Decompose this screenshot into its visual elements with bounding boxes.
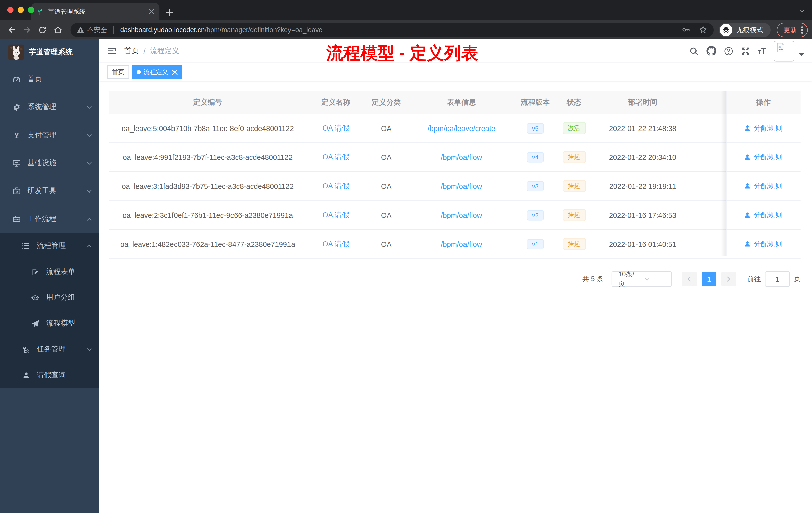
- new-tab-button[interactable]: [166, 9, 173, 16]
- avatar-caret-icon[interactable]: [799, 53, 804, 56]
- window-controls: [7, 7, 34, 13]
- definition-name-link[interactable]: OA 请假: [323, 152, 349, 162]
- url-divider: [114, 26, 114, 34]
- column-header-7: 部署时间: [593, 98, 692, 107]
- form-link[interactable]: /bpm/oa/leave/create: [428, 124, 495, 132]
- tab-tag-home[interactable]: 首页: [107, 65, 129, 79]
- sidebar-item-payment[interactable]: ¥支付管理: [0, 121, 99, 149]
- sidebar-item-label: 流程管理: [37, 241, 80, 250]
- tab-close-icon[interactable]: [149, 8, 154, 14]
- definition-name-link[interactable]: OA 请假: [323, 181, 349, 191]
- assign-rule-link[interactable]: 分配规则: [744, 210, 783, 220]
- browser-tab[interactable]: 芋道管理系统: [31, 2, 160, 20]
- table-row: oa_leave:4:991f2193-7b7f-11ec-a3c8-acde4…: [109, 143, 801, 172]
- tags-view-bar: 首页流程定义: [99, 63, 812, 81]
- goto-page-input[interactable]: [765, 271, 790, 287]
- definition-id-cell: oa_leave:5:004b710b-7b8a-11ec-8ef0-acde4…: [109, 124, 306, 132]
- category-cell: OA: [366, 211, 407, 219]
- action-cell: 分配规则: [726, 152, 801, 162]
- prev-page-button[interactable]: [682, 272, 696, 286]
- assign-rule-link[interactable]: 分配规则: [744, 181, 783, 191]
- user-avatar[interactable]: [774, 41, 794, 61]
- close-window-button[interactable]: [7, 7, 13, 13]
- deploy-time-cell: 2022-01-22 19:19:11: [593, 182, 692, 190]
- sidebar-item-process-model[interactable]: 流程模型: [0, 311, 99, 337]
- sidebar-item-leave-query[interactable]: 请假查询: [0, 362, 99, 388]
- home-button[interactable]: [51, 23, 65, 37]
- form-link[interactable]: /bpm/oa/flow: [441, 211, 482, 219]
- password-key-icon[interactable]: [682, 25, 690, 34]
- font-size-icon[interactable]: TT: [758, 47, 766, 55]
- fixed-column-shadow: [721, 91, 726, 256]
- column-header-8: 操作: [726, 98, 801, 107]
- assign-rule-label: 分配规则: [754, 181, 783, 191]
- robot-icon: [31, 293, 39, 302]
- help-icon[interactable]: [724, 47, 733, 56]
- browser-toolbar: 不安全 dashboard.yudao.iocoder.cn/bpm/manag…: [0, 20, 812, 39]
- toolbox-icon: [12, 187, 21, 195]
- form-link[interactable]: /bpm/oa/flow: [441, 182, 482, 190]
- github-icon[interactable]: [706, 46, 716, 56]
- page-size-select[interactable]: 10条/页: [612, 271, 672, 287]
- sidebar-item-workflow[interactable]: 工作流程: [0, 205, 99, 233]
- refresh-button[interactable]: [35, 23, 50, 37]
- minimize-window-button[interactable]: [18, 7, 24, 13]
- sidebar-item-process-management[interactable]: 流程管理: [0, 233, 99, 259]
- assign-rule-link[interactable]: 分配规则: [744, 123, 783, 133]
- zoom-window-button[interactable]: [28, 7, 34, 13]
- back-button[interactable]: [4, 23, 19, 37]
- chevron-up-icon: [86, 243, 92, 249]
- user-icon: [22, 371, 30, 379]
- breadcrumb-home[interactable]: 首页: [124, 47, 139, 56]
- definition-name-link[interactable]: OA 请假: [323, 123, 349, 133]
- action-cell: 分配规则: [726, 239, 801, 249]
- assign-rule-link[interactable]: 分配规则: [744, 239, 783, 249]
- form-info-cell: /bpm/oa/flow: [407, 211, 516, 219]
- version-cell: v3: [516, 181, 555, 191]
- table-header-row: 定义编号定义名称定义分类表单信息流程版本状态部署时间操作: [109, 91, 801, 114]
- tag-close-icon[interactable]: [172, 69, 178, 75]
- address-bar[interactable]: 不安全 dashboard.yudao.iocoder.cn/bpm/manag…: [70, 23, 714, 37]
- browser-menu-icon[interactable]: [801, 26, 803, 34]
- form-link[interactable]: /bpm/oa/flow: [441, 153, 482, 161]
- bookmark-star-icon[interactable]: [698, 25, 707, 34]
- sidebar-item-home[interactable]: 首页: [0, 65, 99, 93]
- sidebar-item-task-management[interactable]: 任务管理: [0, 337, 99, 362]
- sidebar-item-process-form[interactable]: 流程表单: [0, 259, 99, 284]
- definition-name-link[interactable]: OA 请假: [323, 239, 349, 249]
- sidebar-item-infrastructure[interactable]: 基础设施: [0, 149, 99, 177]
- main-panel: 首页 / 流程定义 流程模型 - 定义列表 TT 首页流程定义: [99, 39, 812, 513]
- tab-search-caret-icon[interactable]: [799, 8, 805, 14]
- sidebar-item-user-group[interactable]: 用户分组: [0, 284, 99, 310]
- sidebar-item-label: 首页: [27, 74, 92, 84]
- status-badge: 挂起: [563, 151, 585, 163]
- sidebar: 芋道管理系统 首页系统管理¥支付管理基础设施研发工具工作流程流程管理流程表单用户…: [0, 39, 99, 513]
- definition-name-link[interactable]: OA 请假: [323, 210, 349, 220]
- sidebar-logo[interactable]: 芋道管理系统: [0, 39, 99, 65]
- yen-icon: ¥: [12, 131, 21, 139]
- forward-button[interactable]: [20, 23, 34, 37]
- header-actions: TT: [689, 41, 804, 61]
- search-icon[interactable]: [689, 47, 698, 56]
- next-page-button[interactable]: [721, 272, 736, 286]
- briefcase-icon: [12, 215, 21, 223]
- update-browser-button[interactable]: 更新: [777, 23, 808, 37]
- sidebar-item-dev-tools[interactable]: 研发工具: [0, 177, 99, 205]
- security-indicator[interactable]: 不安全: [77, 25, 107, 34]
- table-row: oa_leave:5:004b710b-7b8a-11ec-8ef0-acde4…: [109, 114, 801, 143]
- url-text: dashboard.yudao.iocoder.cn/bpm/manager/d…: [120, 26, 678, 34]
- deploy-time-cell: 2022-01-22 21:48:38: [593, 124, 692, 132]
- total-count-label: 共 5 条: [582, 274, 603, 283]
- page-size-value: 10条/页: [618, 270, 641, 289]
- tab-tag-process-definition[interactable]: 流程定义: [132, 65, 182, 79]
- status-cell: 激活: [555, 122, 593, 134]
- form-link[interactable]: /bpm/oa/flow: [441, 240, 482, 248]
- sidebar-toggle-icon[interactable]: [107, 46, 117, 56]
- goto-label: 前往: [747, 274, 761, 283]
- definition-name-cell: OA 请假: [306, 123, 366, 133]
- page-1-button[interactable]: 1: [702, 272, 716, 286]
- assign-rule-link[interactable]: 分配规则: [744, 152, 783, 162]
- fullscreen-icon[interactable]: [741, 47, 750, 56]
- sidebar-item-system[interactable]: 系统管理: [0, 93, 99, 121]
- broken-image-icon: [775, 42, 786, 53]
